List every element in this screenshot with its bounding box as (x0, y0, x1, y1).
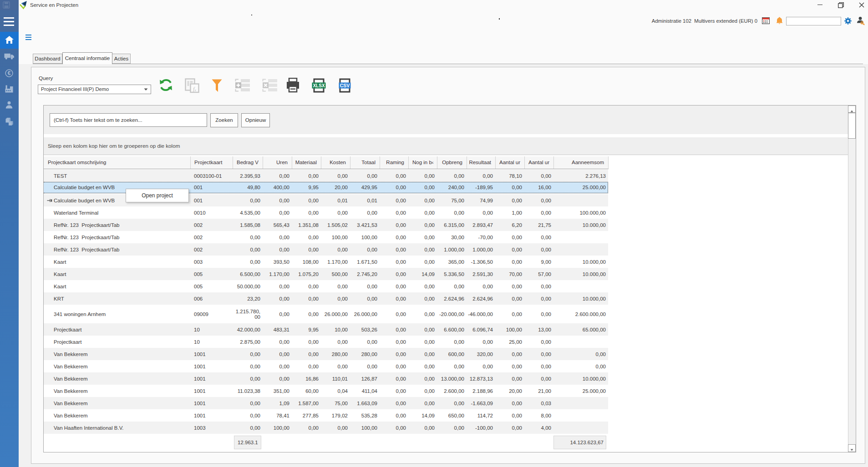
svg-text:CSV: CSV (340, 83, 350, 88)
svg-text:XLSX: XLSX (313, 83, 325, 88)
svg-text:€: € (8, 70, 11, 76)
